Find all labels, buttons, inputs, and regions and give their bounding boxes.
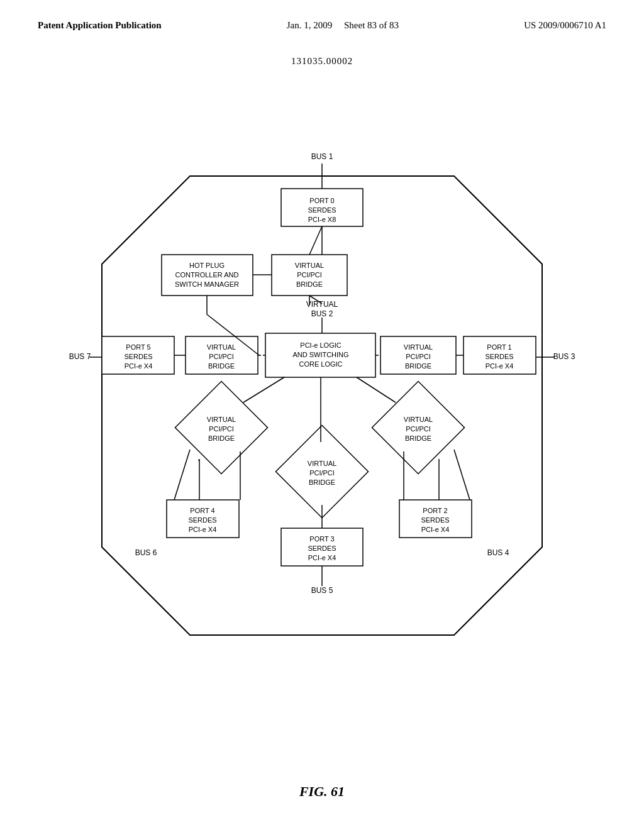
svg-text:PORT 2: PORT 2: [423, 507, 447, 514]
svg-text:PCI-e X4: PCI-e X4: [486, 362, 514, 370]
docket-number: 131035.00002: [0, 56, 644, 67]
svg-text:SERDES: SERDES: [485, 353, 513, 360]
diagram: BUS 1 PORT 0 SERDES PCI-e X8 HOT PLUG CO…: [64, 132, 580, 698]
svg-text:PCI/PCI: PCI/PCI: [209, 425, 234, 433]
svg-text:VIRTUAL: VIRTUAL: [404, 416, 433, 423]
svg-text:SERDES: SERDES: [421, 516, 449, 524]
svg-text:PCI/PCI: PCI/PCI: [406, 353, 431, 360]
date: Jan. 1, 2009: [287, 20, 333, 30]
svg-text:BUS 6: BUS 6: [135, 548, 157, 557]
svg-text:PORT 5: PORT 5: [126, 343, 150, 351]
svg-text:AND SWITCHING: AND SWITCHING: [292, 351, 348, 358]
svg-text:SERDES: SERDES: [188, 516, 216, 524]
svg-text:PCI/PCI: PCI/PCI: [297, 271, 322, 279]
svg-text:PCI-e X4: PCI-e X4: [308, 554, 336, 562]
bus1-label: BUS 1: [311, 152, 333, 161]
figure-label: FIG. 61: [0, 783, 644, 800]
svg-text:SERDES: SERDES: [124, 353, 152, 360]
sheet: Sheet 83 of 83: [344, 20, 399, 30]
svg-text:HOT PLUG: HOT PLUG: [189, 262, 225, 269]
sheet-info: Jan. 1, 2009 Sheet 83 of 83: [287, 20, 399, 31]
svg-text:PORT 4: PORT 4: [190, 507, 214, 514]
svg-text:CONTROLLER AND: CONTROLLER AND: [175, 271, 239, 279]
svg-text:PORT 0: PORT 0: [309, 197, 334, 204]
svg-text:PCI/PCI: PCI/PCI: [406, 425, 431, 433]
svg-text:BRIDGE: BRIDGE: [405, 434, 431, 442]
svg-text:BUS 2: BUS 2: [311, 309, 333, 318]
patent-number: US 2009/0006710 A1: [524, 20, 606, 31]
svg-text:PCI/PCI: PCI/PCI: [309, 469, 335, 477]
svg-text:BRIDGE: BRIDGE: [309, 479, 335, 486]
svg-text:BRIDGE: BRIDGE: [208, 434, 235, 442]
svg-text:PCI-e X4: PCI-e X4: [421, 526, 450, 533]
svg-text:VIRTUAL: VIRTUAL: [207, 343, 236, 351]
svg-text:PCI-e LOGIC: PCI-e LOGIC: [300, 341, 341, 349]
svg-text:VIRTUAL: VIRTUAL: [207, 416, 236, 423]
svg-text:BUS 7: BUS 7: [69, 352, 91, 361]
svg-text:PCI-e X8: PCI-e X8: [308, 216, 336, 223]
svg-text:BUS 5: BUS 5: [311, 586, 333, 595]
svg-text:SERDES: SERDES: [308, 545, 336, 552]
svg-text:BRIDGE: BRIDGE: [208, 362, 235, 370]
svg-text:VIRTUAL: VIRTUAL: [306, 300, 338, 309]
svg-text:SWITCH MANAGER: SWITCH MANAGER: [175, 280, 239, 288]
svg-text:BUS 3: BUS 3: [553, 352, 575, 361]
svg-text:PORT 1: PORT 1: [487, 343, 511, 351]
svg-text:PORT 3: PORT 3: [309, 535, 334, 543]
svg-text:SERDES: SERDES: [308, 206, 336, 214]
svg-text:BUS 4: BUS 4: [487, 548, 509, 557]
svg-text:PCI/PCI: PCI/PCI: [209, 353, 234, 360]
svg-text:PCI-e X4: PCI-e X4: [125, 362, 153, 370]
svg-text:BRIDGE: BRIDGE: [296, 280, 323, 288]
publication-label: Patent Application Publication: [38, 20, 162, 31]
svg-text:VIRTUAL: VIRTUAL: [308, 460, 336, 467]
svg-text:VIRTUAL: VIRTUAL: [404, 343, 433, 351]
svg-text:BRIDGE: BRIDGE: [405, 362, 431, 370]
svg-text:PCI-e X4: PCI-e X4: [189, 526, 217, 533]
svg-text:CORE LOGIC: CORE LOGIC: [299, 360, 342, 368]
svg-text:VIRTUAL: VIRTUAL: [295, 262, 324, 269]
